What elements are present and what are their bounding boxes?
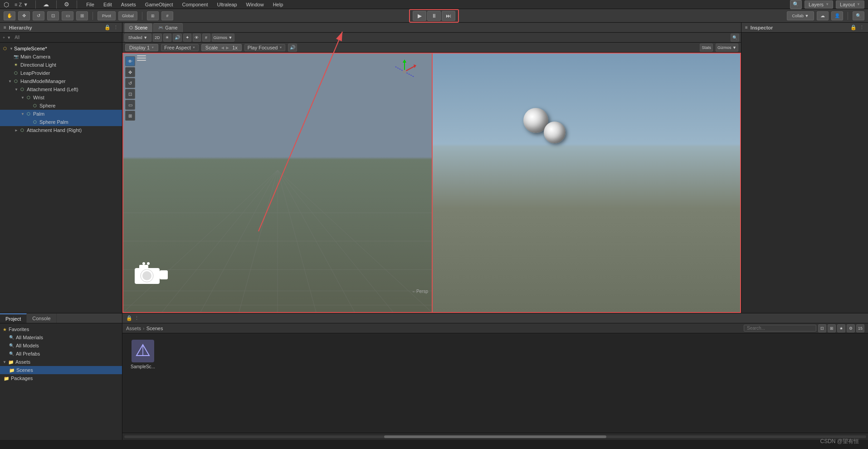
project-packages-folder[interactable]: 📁 Packages [0,374,122,382]
menu-item-assets[interactable]: Assets [119,1,138,8]
inspector-menu-icon[interactable]: ⋮ [859,24,864,30]
game-tab[interactable]: 🎮 Game [153,23,182,32]
tree-item-palm[interactable]: ▼ ⬡ Palm [0,110,122,118]
menu-item-file[interactable]: File [84,1,96,8]
snap-btn[interactable]: ⊞ [147,11,159,20]
game-stats-btn[interactable]: Stats [700,44,713,52]
scene-shading-btn[interactable]: Shaded ▼ [124,34,151,42]
breadcrumb-scenes[interactable]: Scenes [146,326,163,331]
project-all-materials[interactable]: 🔍 All Materials [0,333,122,342]
scene-hamburger-menu[interactable] [137,55,146,62]
account-btn[interactable]: 👤 [831,11,843,20]
game-gizmos-btn[interactable]: Gizmos ▼ [716,44,738,52]
menu-item-edit[interactable]: Edit [102,1,114,8]
project-btn-2[interactable]: ⊞ [828,324,836,332]
menu-item-gameobject[interactable]: GameObject [143,1,175,8]
scene-lighting-btn[interactable]: ☀ [163,34,171,42]
menu-item-help[interactable]: Help [271,1,285,8]
scene-fx-btn[interactable]: ✦ [183,34,191,42]
inspector-lock-icon[interactable]: 🔒 [850,24,857,30]
grid-btn[interactable]: # [161,11,173,20]
project-scenes-folder[interactable]: 📁 Scenes [0,366,122,374]
scrollbar-thumb[interactable] [384,435,607,438]
tree-item-sphere[interactable]: ⬡ Sphere [0,102,122,110]
project-btn-4[interactable]: ⚙ [847,324,855,332]
scrollbar-track[interactable] [124,435,866,438]
collab-btn[interactable]: Collab ▼ [787,11,814,20]
hierarchy-menu-icon[interactable]: ⋮ [113,24,118,30]
hierarchy-lock-icon[interactable]: 🔒 [104,24,111,30]
project-favorites-header[interactable]: ★ Favorites [0,325,122,333]
project-all-models[interactable]: 🔍 All Models [0,342,122,350]
scene-gizmo-btn[interactable]: Gizmos ▼ [212,34,234,42]
bottom-area: Project Console ★ Favorites 🔍 All Materi… [0,313,868,440]
project-all-prefabs[interactable]: 🔍 All Prefabs [0,350,122,358]
tree-item-attach-hand-right[interactable]: ► ⬡ Attachment Hand (Right) [0,126,122,134]
game-aspect-dropdown[interactable]: Free Aspect [161,44,199,51]
scene-tab[interactable]: ⬡ Scene [124,23,152,32]
rotate-tool-btn[interactable]: ↺ [33,11,44,20]
scene-move-tool[interactable]: ✥ [125,67,135,77]
scene-custom-tool[interactable]: ⊞ [125,111,135,121]
layout-dropdown[interactable]: Layout ▼ [836,0,864,9]
scene-orientation-gizmo[interactable] [391,58,418,85]
scene-grid-btn[interactable]: # [202,34,210,42]
scene-scale-tool[interactable]: ⊡ [125,89,135,99]
rect-tool-btn[interactable]: ▭ [62,11,73,20]
search-icon: + [3,35,5,40]
services-btn[interactable]: ☁ [817,11,829,20]
tree-item-leap-provider[interactable]: ⬡ LeapProvider [0,69,122,77]
tree-item-attach-hand-left[interactable]: ▼ ⬡ Attachment Hand (Left) [0,85,122,93]
scene-hand-tool[interactable]: 👁 [125,56,135,66]
hand-tool-btn[interactable]: ✋ [4,11,15,20]
tree-item-wrist[interactable]: ▼ ⬡ Wrist [0,93,122,102]
hierarchy-title: Hierarchy [9,25,32,30]
project-assets-header[interactable]: ▼ 📁 Assets [0,358,122,366]
tab-console[interactable]: Console [27,313,56,323]
step-button[interactable]: ⏭ [442,11,455,21]
scene-search-btn[interactable]: 🔍 [731,34,739,42]
search-toolbar-btn[interactable]: 🔍 [853,11,864,20]
tree-item-directional-light[interactable]: ☀ Directional Light [0,61,122,69]
scale-tool-btn[interactable]: ⊡ [47,11,59,20]
scene-rect-tool[interactable]: ▭ [125,100,135,110]
tree-item-hand-model-manager[interactable]: ▼ ⬡ HandModelManager [0,77,122,85]
asset-sample-scene[interactable]: SampleSc... [127,338,159,371]
breadcrumb-assets[interactable]: Assets [126,326,141,331]
scene-hidden-btn[interactable]: 👁 [193,34,201,42]
scene-audio-btn[interactable]: 🔊 [173,34,182,42]
project-menu-icon[interactable]: ⋮ [134,315,139,321]
menu-gear[interactable]: ⚙ [64,1,69,8]
scene-rotate-tool[interactable]: ↺ [125,78,135,88]
project-btn-1[interactable]: ⊡ [818,324,826,332]
move-tool-btn[interactable]: ✥ [18,11,30,20]
tree-item-main-camera[interactable]: 📷 Main Camera [0,53,122,61]
project-btn-3[interactable]: ★ [837,324,845,332]
pause-button[interactable]: ⏸ [427,11,441,21]
transform-tool-btn[interactable]: ⊞ [76,11,88,20]
hierarchy-header: ≡ Hierarchy 🔒 ⋮ [0,23,122,33]
menu-item-ultraleap[interactable]: Ultraleap [215,1,239,8]
game-viewport[interactable] [433,54,740,312]
tree-item-sample-scene[interactable]: ⬡ ▼ SampleScene* [0,44,122,53]
global-toggle[interactable]: Global [118,11,137,20]
scene-viewport[interactable]: 👁 ✥ ↺ ⊡ ▭ ⊞ [123,54,432,312]
menu-item-component[interactable]: Component [180,1,210,8]
tab-project[interactable]: Project [0,313,27,323]
project-lock-icon[interactable]: 🔒 [126,315,132,321]
pivot-toggle[interactable]: Pivot [98,11,116,20]
game-mute-btn[interactable]: 🔊 [288,44,297,52]
tree-item-sphere-palm[interactable]: ⬡ Sphere Palm [0,118,122,126]
project-scrollbar[interactable] [122,433,868,440]
play-button[interactable]: ▶ [413,11,426,21]
menu-item-window[interactable]: Window [244,1,266,8]
game-play-focused[interactable]: Play Focused [244,44,286,51]
scene-2d-btn[interactable]: 2D [153,34,162,42]
layers-dropdown[interactable]: Layers ▼ [805,0,833,9]
search-btn[interactable]: 🔍 [790,0,802,9]
project-search-input[interactable] [744,325,816,332]
content-area: ≡ Hierarchy 🔒 ⋮ + ▼ All ⬡ ▼ SampleScene* [0,23,868,313]
menu-cloud[interactable]: ☁ [43,1,49,8]
sphere-label: Sphere [39,103,55,108]
game-display-dropdown[interactable]: Display 1 ▼ [125,44,158,51]
